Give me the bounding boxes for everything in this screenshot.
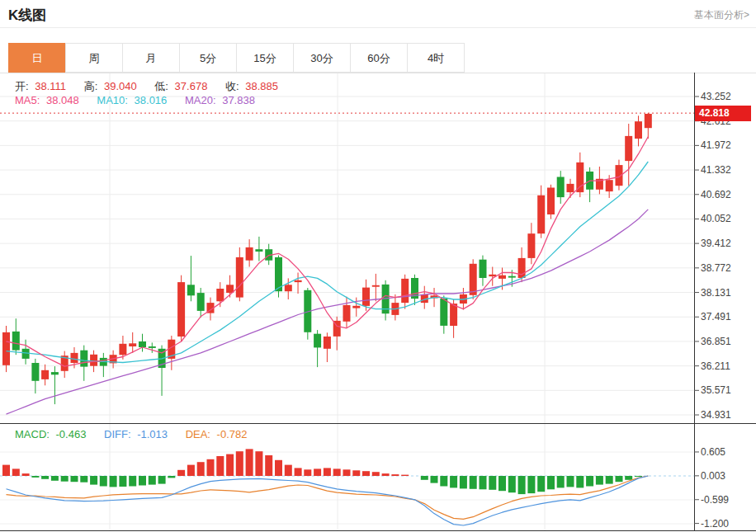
macd-bar (31, 476, 39, 478)
ma10-label: MA10: (97, 94, 128, 106)
candle-body (41, 370, 49, 379)
price-axis-label: 36.211 (701, 360, 752, 372)
macd-bar (547, 476, 555, 489)
macd-bar (372, 472, 380, 476)
candle-body (352, 306, 360, 308)
candle-body (31, 363, 39, 381)
macd-bar (158, 476, 166, 484)
candle-body (295, 280, 302, 282)
macd-bar (606, 476, 613, 484)
candle-body (450, 304, 457, 326)
candle-body (480, 260, 487, 278)
macd-bar (61, 476, 69, 482)
price-axis-label: 35.571 (701, 384, 752, 396)
kline-app: K线图 基本面分析> 日周月5分15分30分60分4时 开: 38.111 高:… (0, 0, 756, 532)
candle-body (645, 114, 652, 128)
ma20-value: 37.838 (222, 94, 255, 106)
ma10-value: 38.016 (135, 94, 168, 106)
candle-body (576, 162, 584, 192)
candle-body (440, 299, 447, 326)
macd-bar (139, 476, 146, 486)
price-axis-label: 37.491 (701, 311, 752, 322)
high-label: 高: (84, 80, 98, 92)
candle-body (2, 332, 10, 365)
open-value: 38.111 (35, 80, 66, 92)
macd-bar (255, 451, 262, 476)
price-axis-label: 38.772 (701, 262, 752, 274)
candle-body (246, 247, 253, 261)
candle-body (401, 279, 409, 303)
macd-bar (333, 468, 341, 476)
macd-bar (285, 465, 292, 476)
candle-body (187, 285, 195, 295)
low-value: 37.678 (175, 80, 208, 92)
macd-bar (295, 468, 302, 476)
candle-body (567, 184, 574, 192)
macd-bar (567, 476, 574, 487)
candle-body (527, 233, 535, 258)
ma5-value: 38.048 (46, 94, 79, 106)
macd-bar (625, 476, 632, 480)
candle-body (119, 344, 126, 355)
macd-bar (537, 476, 545, 492)
macd-bar (352, 470, 360, 476)
candle-body (197, 293, 205, 311)
price-axis-label: 40.692 (701, 189, 752, 200)
close-value: 38.885 (245, 80, 278, 92)
price-axis-label: 34.931 (701, 409, 752, 421)
candle-body (236, 257, 243, 298)
macd-bar (382, 473, 390, 476)
macd-axis-label: -1.200 (701, 518, 752, 530)
macd-bar (2, 465, 10, 476)
macd-bar (216, 456, 224, 476)
macd-bar (596, 476, 603, 485)
candle-body (489, 275, 496, 276)
macd-bar (265, 455, 272, 476)
diff-value: -1.013 (137, 428, 168, 440)
candle-body (557, 177, 565, 198)
macd-axis-label: 0.605 (701, 446, 752, 458)
candle-body (508, 276, 516, 278)
macd-bar (314, 468, 321, 476)
macd-bar (168, 476, 175, 478)
macd-bar (304, 469, 311, 476)
candle-body (177, 282, 185, 337)
price-axis-label: 36.851 (701, 336, 752, 347)
candle-body (90, 355, 97, 366)
candle-body (129, 343, 136, 346)
candle-body (324, 337, 331, 349)
ohlc-row: 开: 38.111 高: 39.040 低: 37.678 收: 38.885 (15, 79, 281, 94)
macd-bar (527, 476, 535, 493)
candle-body (343, 305, 351, 322)
macd-bar (518, 476, 526, 494)
macd-bar (498, 476, 506, 491)
candle-body (537, 195, 545, 233)
macd-bar (557, 476, 565, 487)
low-label: 低: (154, 80, 168, 92)
macd-bar (275, 460, 282, 476)
macd-label: MACD: (15, 428, 50, 440)
macd-bar (110, 476, 117, 487)
macd-bar (22, 473, 30, 476)
macd-bar (80, 476, 87, 483)
diff-label: DIFF: (104, 428, 131, 440)
macd-bar (12, 468, 20, 476)
ma-row: MA5: 38.048 MA10: 38.016 MA20: 37.838 (15, 94, 258, 106)
macd-bar (508, 476, 516, 492)
macd-bar (635, 476, 642, 477)
macd-bars-layer[interactable] (2, 449, 642, 494)
macd-bar (450, 476, 457, 487)
macd-bar (460, 476, 467, 488)
price-axis-label: 39.412 (701, 238, 752, 249)
dea-value: -0.782 (217, 428, 248, 440)
close-label: 收: (225, 80, 239, 92)
candle-body (470, 264, 477, 295)
macd-axis-label: -0.599 (701, 494, 752, 506)
macd-bar (226, 454, 234, 476)
macd-bar (431, 476, 438, 483)
macd-bar (362, 471, 370, 476)
candle-body (314, 334, 321, 348)
macd-bar (440, 476, 447, 487)
macd-bar (90, 476, 97, 485)
candle-body (216, 289, 224, 301)
